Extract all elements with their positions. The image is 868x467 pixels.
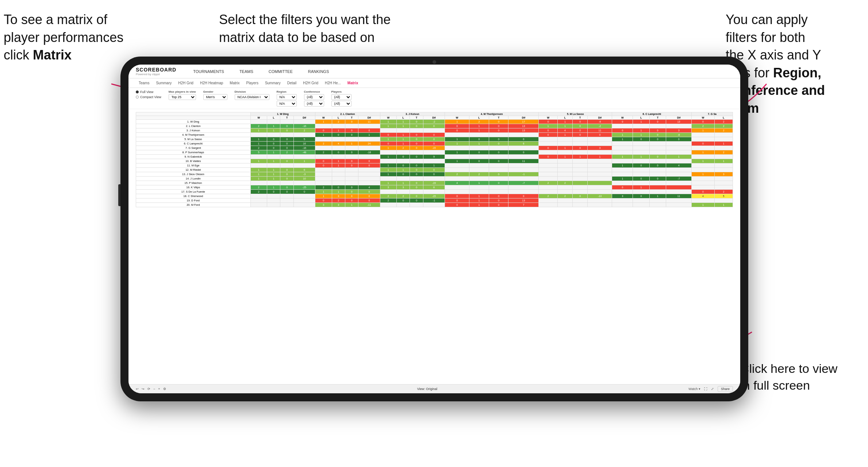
refresh-icon[interactable]: ⟳ xyxy=(147,387,150,391)
matrix-cell xyxy=(714,185,733,190)
subnav-summary2[interactable]: Summary xyxy=(262,80,284,86)
matrix-cell: 0 xyxy=(358,163,380,168)
ann-tl-line3-plain: click xyxy=(4,47,33,62)
subnav-teams[interactable]: Teams xyxy=(136,80,152,86)
matrix-cell xyxy=(315,137,332,142)
matrix-cell xyxy=(588,177,612,181)
matrix-cell: 2 xyxy=(250,124,267,128)
matrix-cell: 1 xyxy=(267,128,280,133)
sh-6-w: W xyxy=(612,116,633,120)
matrix-cell xyxy=(445,177,469,181)
undo-icon[interactable]: ↩ xyxy=(136,387,139,391)
matrix-cell: 0 xyxy=(573,124,588,128)
players-x-select[interactable]: (All) xyxy=(331,94,352,100)
matrix-cell: -15 xyxy=(423,194,445,198)
matrix-cell xyxy=(380,159,397,163)
matrix-cell: 1 xyxy=(397,137,410,142)
matrix-cell: 1 xyxy=(267,168,280,172)
matrix-cell: 16 xyxy=(293,142,315,146)
matrix-cell: 7 xyxy=(508,203,539,207)
matrix-cell xyxy=(489,168,508,172)
fullscreen-icon[interactable]: ⛶ xyxy=(704,387,707,391)
subnav-h2h-he[interactable]: H2H He... xyxy=(322,80,344,86)
matrix-cell xyxy=(397,190,410,194)
matrix-cell: 0 xyxy=(588,133,612,137)
sh-3-t: T xyxy=(410,116,423,120)
matrix-cell: 1 xyxy=(267,185,280,190)
matrix-cell xyxy=(649,146,666,150)
matrix-cell: 1 xyxy=(397,168,410,172)
matrix-cell: 1 xyxy=(633,120,649,124)
subnav-h2h-grid2[interactable]: H2H Grid xyxy=(300,80,321,86)
conference-x-select[interactable]: (All) xyxy=(304,94,324,100)
matrix-cell xyxy=(489,190,508,194)
sh-3-d: Dif xyxy=(423,116,445,120)
matrix-cell xyxy=(293,163,315,168)
table-row: 2. L Clanton210-16110001013110-222 xyxy=(136,124,733,128)
subnav-h2h-grid[interactable]: H2H Grid xyxy=(175,80,196,86)
gender-select[interactable]: Men's Women's xyxy=(203,94,227,100)
division-select[interactable]: NCAA Division I NCAA Division II xyxy=(235,94,269,100)
matrix-cell: 1 xyxy=(692,150,715,155)
zoom-out-icon[interactable]: − xyxy=(153,387,155,391)
matrix-cell: 3 xyxy=(714,172,733,177)
matrix-cell: -19 xyxy=(423,181,445,185)
matrix-cell xyxy=(445,168,469,172)
matrix-cell: 4 xyxy=(692,194,715,198)
watch-button[interactable]: Watch ▾ xyxy=(688,387,700,391)
sh-5-d: Dif xyxy=(588,116,612,120)
matrix-cell xyxy=(588,168,612,172)
matrix-cell xyxy=(508,133,539,137)
matrix-cell xyxy=(612,190,633,194)
max-players-select[interactable]: Top 25 Top 10 Top 50 xyxy=(169,94,196,100)
matrix-cell xyxy=(410,190,423,194)
matrix-cell xyxy=(469,133,489,137)
sh-5-l: L xyxy=(557,116,572,120)
matrix-cell: 0 xyxy=(692,120,715,124)
settings-icon[interactable]: ⚙ xyxy=(163,387,166,391)
matrix-cell xyxy=(332,168,345,172)
players-y-select[interactable]: (All) xyxy=(331,101,352,107)
sh-2-w: W xyxy=(315,116,332,120)
subnav-detail[interactable]: Detail xyxy=(284,80,300,86)
nav-rankings[interactable]: RANKINGS xyxy=(306,68,331,75)
matrix-cell: 1 xyxy=(469,124,489,128)
matrix-cell xyxy=(397,203,410,207)
zoom-in-icon[interactable]: + xyxy=(158,387,160,391)
nav-tournaments[interactable]: TOURNAMENTS xyxy=(191,68,226,75)
share-button[interactable]: Share xyxy=(718,386,733,392)
redo-icon[interactable]: ↪ xyxy=(142,387,145,391)
tablet-frame: SCOREBOARD Powered by clippd TOURNAMENTS… xyxy=(120,57,748,401)
matrix-cell: 1 xyxy=(633,155,649,159)
conference-y-select[interactable]: (All) xyxy=(304,101,324,107)
matrix-cell: 1 xyxy=(469,181,489,185)
matrix-cell: 1 xyxy=(423,163,445,168)
expand-icon[interactable]: ⤢ xyxy=(711,387,714,391)
subnav-h2h-heatmap[interactable]: H2H Heatmap xyxy=(197,80,226,86)
matrix-cell: 0 xyxy=(410,185,423,190)
matrix-cell: 0 xyxy=(410,124,423,128)
matrix-cell: 1 xyxy=(250,168,267,172)
full-view-radio[interactable]: Full View xyxy=(136,90,161,94)
logo-sub: Powered by clippd xyxy=(136,73,176,76)
subnav-summary[interactable]: Summary xyxy=(153,80,174,86)
matrix-cell xyxy=(539,137,558,142)
nav-teams[interactable]: TEAMS xyxy=(237,68,256,75)
matrix-cell: 0 xyxy=(280,185,293,190)
ann-tl-line2: player performances xyxy=(4,30,123,45)
sh-7-w: W xyxy=(692,116,715,120)
compact-view-radio[interactable]: Compact View xyxy=(136,95,161,99)
subnav-matrix-active[interactable]: Matrix xyxy=(345,80,361,86)
subnav-matrix[interactable]: Matrix xyxy=(227,80,242,86)
matrix-cell: 1 xyxy=(250,128,267,133)
matrix-cell: 1 xyxy=(358,133,380,137)
matrix-cell xyxy=(358,124,380,128)
nav-committee[interactable]: COMMITTEE xyxy=(266,68,295,75)
matrix-cell: 0 xyxy=(345,150,358,155)
region-y-select[interactable]: N/A xyxy=(277,101,297,107)
subnav-players[interactable]: Players xyxy=(243,80,261,86)
matrix-cell: 0 xyxy=(345,194,358,198)
matrix-cell xyxy=(267,133,280,137)
player-name-cell: 8. P Summerhays xyxy=(136,150,251,155)
region-x-select[interactable]: N/A xyxy=(277,94,297,100)
